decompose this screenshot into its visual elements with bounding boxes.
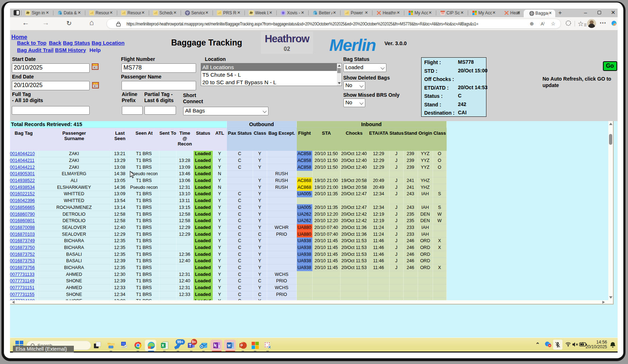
svg-text:z: z	[613, 342, 615, 345]
